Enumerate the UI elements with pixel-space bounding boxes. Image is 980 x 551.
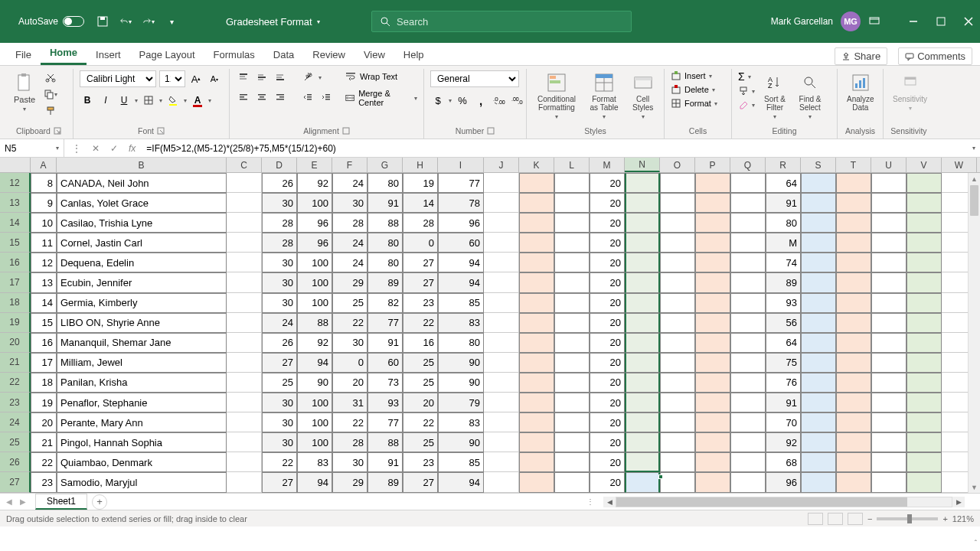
cell[interactable]: 31	[332, 393, 368, 412]
cell[interactable]	[484, 313, 519, 333]
cell[interactable]	[519, 213, 554, 233]
cell[interactable]	[906, 253, 942, 272]
tab-review[interactable]: Review	[303, 44, 354, 65]
cell[interactable]	[484, 373, 519, 393]
cell[interactable]: 100	[297, 412, 332, 432]
cell[interactable]: 94	[438, 272, 484, 292]
cell[interactable]	[625, 313, 660, 333]
cell[interactable]: Ecubin, Jennifer	[57, 272, 227, 292]
cell[interactable]	[801, 193, 836, 213]
cell[interactable]	[836, 333, 871, 353]
decrease-font-icon[interactable]: A▾	[207, 72, 222, 86]
cell[interactable]	[801, 253, 836, 272]
cell[interactable]	[625, 293, 660, 313]
enter-formula-icon[interactable]: ✓	[110, 143, 118, 154]
cell[interactable]: LIBO ON, Shyrie Anne	[57, 313, 227, 333]
align-middle-icon[interactable]	[254, 70, 270, 84]
cell[interactable]	[871, 472, 906, 492]
cell[interactable]: 76	[766, 373, 801, 393]
cell[interactable]: 27	[403, 472, 438, 492]
cell[interactable]: 20	[590, 173, 625, 193]
cell[interactable]	[730, 173, 766, 193]
row-header[interactable]: 15	[0, 233, 31, 253]
cell[interactable]	[801, 353, 836, 373]
cell[interactable]: 20	[590, 193, 625, 213]
cell[interactable]: 25	[262, 373, 297, 393]
cell[interactable]	[660, 412, 695, 432]
cell[interactable]: 27	[262, 353, 297, 373]
column-header-q[interactable]: Q	[730, 158, 766, 172]
cell[interactable]	[484, 333, 519, 353]
decrease-indent-icon[interactable]	[300, 90, 315, 104]
cell[interactable]: 80	[438, 333, 484, 353]
cell[interactable]: 28	[262, 233, 297, 253]
cell[interactable]: Perante, Mary Ann	[57, 412, 227, 432]
user-avatar[interactable]: MG	[841, 11, 861, 31]
cell[interactable]: 20	[590, 353, 625, 373]
cell[interactable]: 22	[262, 452, 297, 472]
scroll-up-icon[interactable]: ▲	[969, 173, 980, 184]
cell[interactable]	[660, 373, 695, 393]
cell[interactable]	[801, 293, 836, 313]
cell[interactable]: 30	[262, 412, 297, 432]
cell[interactable]	[660, 472, 695, 492]
column-header-f[interactable]: F	[332, 158, 368, 172]
cell[interactable]: 80	[368, 253, 403, 272]
increase-indent-icon[interactable]	[318, 90, 334, 104]
increase-font-icon[interactable]: A▴	[188, 72, 204, 86]
row-header[interactable]: 27	[0, 472, 31, 492]
cell[interactable]: 27	[403, 253, 438, 272]
currency-icon[interactable]: $	[430, 93, 446, 107]
cell[interactable]	[695, 353, 730, 373]
tab-view[interactable]: View	[354, 44, 394, 65]
cell[interactable]: 10	[31, 213, 57, 233]
cell[interactable]	[554, 213, 590, 233]
cell[interactable]	[227, 253, 262, 272]
analyze-data-button[interactable]: Analyze Data	[844, 70, 877, 113]
sheet-nav[interactable]: ◀▶	[6, 497, 35, 506]
column-header-t[interactable]: T	[836, 158, 871, 172]
redo-icon[interactable]: ▾	[142, 15, 155, 28]
cell[interactable]: Penaflor, Stephanie	[57, 393, 227, 412]
cell[interactable]	[554, 173, 590, 193]
cell[interactable]: 24	[332, 173, 368, 193]
cell[interactable]	[227, 173, 262, 193]
cell[interactable]: 30	[262, 293, 297, 313]
cell[interactable]: 20	[590, 253, 625, 272]
cell[interactable]	[801, 373, 836, 393]
wrap-text-button[interactable]: Wrap Text	[345, 70, 417, 83]
cell[interactable]: 11	[31, 233, 57, 253]
cell[interactable]: 30	[262, 393, 297, 412]
cell[interactable]	[227, 472, 262, 492]
cell[interactable]	[836, 233, 871, 253]
cell[interactable]: Panilan, Krisha	[57, 373, 227, 393]
percent-icon[interactable]: %	[455, 93, 470, 107]
cell[interactable]	[730, 193, 766, 213]
cell[interactable]: 20	[590, 412, 625, 432]
cell[interactable]	[519, 193, 554, 213]
cell[interactable]: Quiambao, Denmark	[57, 452, 227, 472]
autosave-toggle[interactable]: AutoSave	[18, 16, 84, 27]
cell[interactable]	[871, 193, 906, 213]
align-bottom-icon[interactable]	[273, 70, 288, 84]
dialog-launcher-icon[interactable]	[157, 127, 165, 135]
cell[interactable]	[519, 173, 554, 193]
cell[interactable]: 20	[403, 393, 438, 412]
cell[interactable]	[227, 393, 262, 412]
row-header[interactable]: 18	[0, 293, 31, 313]
cell[interactable]	[484, 213, 519, 233]
zoom-out-icon[interactable]: −	[867, 514, 872, 523]
cell[interactable]	[660, 393, 695, 412]
cell[interactable]	[660, 313, 695, 333]
cell[interactable]	[660, 452, 695, 472]
cell[interactable]	[906, 432, 942, 452]
row-header[interactable]: 26	[0, 452, 31, 472]
cell[interactable]	[554, 393, 590, 412]
cell[interactable]	[484, 353, 519, 373]
cell[interactable]: 26	[262, 333, 297, 353]
cell[interactable]: 77	[368, 313, 403, 333]
cell[interactable]	[519, 452, 554, 472]
cell[interactable]	[836, 253, 871, 272]
cell[interactable]	[695, 173, 730, 193]
cell[interactable]	[906, 353, 942, 373]
